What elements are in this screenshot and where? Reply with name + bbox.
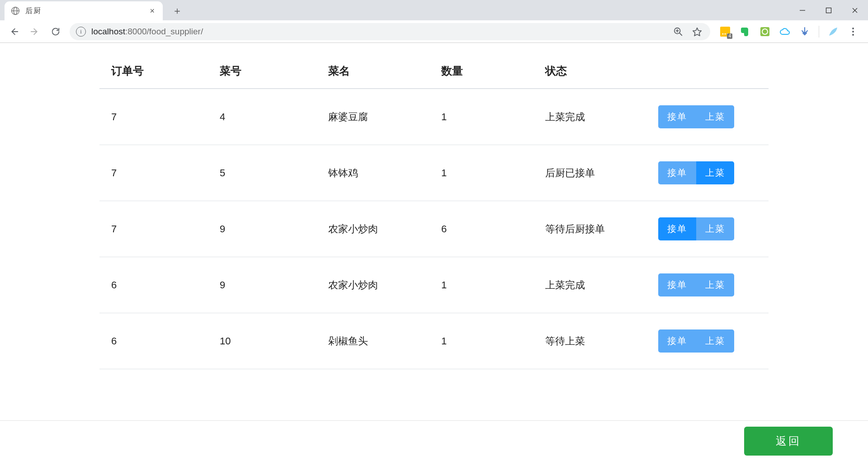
nav-back-button[interactable] (5, 22, 24, 41)
accept-order-button[interactable]: 接单 (658, 161, 696, 184)
serve-dish-button[interactable]: 上菜 (696, 329, 734, 353)
globe-icon (11, 6, 20, 15)
window-minimize-button[interactable] (789, 0, 816, 20)
cell-order_id: 6 (99, 313, 208, 369)
extension-cloud-icon[interactable] (779, 26, 791, 38)
cell-actions: 接单上菜 (646, 145, 769, 201)
url-text: localhost:8000/food_supplier/ (91, 27, 203, 37)
window-controls (789, 0, 868, 20)
site-info-icon[interactable]: i (76, 27, 86, 37)
serve-dish-button[interactable]: 上菜 (696, 105, 734, 128)
serve-dish-button[interactable]: 上菜 (696, 161, 734, 184)
accept-order-button[interactable]: 接单 (658, 217, 696, 240)
col-qty: 数量 (429, 54, 533, 89)
back-button[interactable]: 返回 (744, 427, 833, 456)
browser-titlebar: 后厨 × ＋ (0, 0, 868, 20)
table-header-row: 订单号 菜号 菜名 数量 状态 (99, 54, 769, 89)
cell-dish_id: 9 (208, 201, 316, 257)
extension-green-icon[interactable] (759, 26, 771, 38)
window-close-button[interactable] (842, 0, 868, 20)
col-dish-name: 菜名 (316, 54, 429, 89)
table-row: 79农家小炒肉6等待后厨接单接单上菜 (99, 201, 769, 257)
cell-dish_id: 4 (208, 89, 316, 145)
svg-rect-4 (826, 8, 831, 13)
action-button-group: 接单上菜 (658, 105, 757, 128)
table-row: 75钵钵鸡1后厨已接单接单上菜 (99, 145, 769, 201)
cell-dish_id: 9 (208, 257, 316, 313)
cell-actions: 接单上菜 (646, 201, 769, 257)
tab-title: 后厨 (25, 6, 148, 16)
cell-dish_name: 钵钵鸡 (316, 145, 429, 201)
browser-menu-icon[interactable] (847, 26, 859, 38)
extension-feather-icon[interactable] (827, 26, 839, 38)
cell-dish_name: 麻婆豆腐 (316, 89, 429, 145)
extension-translate-icon[interactable]: 4 (719, 26, 731, 38)
cell-status: 等待后厨接单 (533, 201, 646, 257)
nav-forward-button[interactable] (25, 22, 44, 41)
action-button-group: 接单上菜 (658, 217, 757, 240)
svg-point-16 (725, 33, 726, 34)
footer-bar: 返回 (0, 420, 868, 461)
content-container: 订单号 菜号 菜名 数量 状态 74麻婆豆腐1上菜完成接单上菜75钵钵鸡1后厨已… (99, 43, 769, 369)
cell-order_id: 7 (99, 145, 208, 201)
cell-dish_name: 农家小炒肉 (316, 201, 429, 257)
cell-dish_id: 10 (208, 313, 316, 369)
close-tab-icon[interactable]: × (148, 6, 156, 16)
col-dish-id: 菜号 (208, 54, 316, 89)
bookmark-star-icon[interactable] (690, 25, 704, 38)
action-button-group: 接单上菜 (658, 161, 757, 184)
col-status: 状态 (533, 54, 646, 89)
cell-dish_name: 剁椒鱼头 (316, 313, 429, 369)
accept-order-button[interactable]: 接单 (658, 329, 696, 353)
svg-point-23 (852, 34, 854, 36)
orders-table: 订单号 菜号 菜名 数量 状态 74麻婆豆腐1上菜完成接单上菜75钵钵鸡1后厨已… (99, 54, 769, 369)
action-button-group: 接单上菜 (658, 329, 757, 353)
cell-order_id: 7 (99, 89, 208, 145)
cell-dish_name: 农家小炒肉 (316, 257, 429, 313)
col-actions (646, 54, 769, 89)
table-row: 74麻婆豆腐1上菜完成接单上菜 (99, 89, 769, 145)
window-maximize-button[interactable] (816, 0, 842, 20)
cell-actions: 接单上菜 (646, 313, 769, 369)
svg-point-22 (852, 31, 854, 33)
cell-order_id: 7 (99, 201, 208, 257)
cell-status: 上菜完成 (533, 257, 646, 313)
page-viewport: 订单号 菜号 菜名 数量 状态 74麻婆豆腐1上菜完成接单上菜75钵钵鸡1后厨已… (0, 43, 868, 461)
svg-marker-13 (693, 28, 701, 35)
cell-qty: 1 (429, 313, 533, 369)
svg-line-10 (679, 33, 682, 35)
nav-reload-button[interactable] (46, 22, 65, 41)
action-button-group: 接单上菜 (658, 273, 757, 296)
table-row: 610剁椒鱼头1等待上菜接单上菜 (99, 313, 769, 369)
table-row: 69农家小炒肉1上菜完成接单上菜 (99, 257, 769, 313)
accept-order-button[interactable]: 接单 (658, 105, 696, 128)
extension-download-icon[interactable] (799, 26, 811, 38)
cell-status: 后厨已接单 (533, 145, 646, 201)
toolbar-divider (819, 26, 819, 38)
cell-dish_id: 5 (208, 145, 316, 201)
svg-point-21 (852, 28, 854, 29)
col-order-id: 订单号 (99, 54, 208, 89)
svg-point-15 (722, 33, 724, 34)
cell-actions: 接单上菜 (646, 257, 769, 313)
address-bar[interactable]: i localhost:8000/food_supplier/ (70, 23, 710, 40)
zoom-icon[interactable] (671, 25, 685, 38)
accept-order-button[interactable]: 接单 (658, 273, 696, 296)
cell-qty: 1 (429, 145, 533, 201)
cell-qty: 1 (429, 89, 533, 145)
new-tab-button[interactable]: ＋ (169, 3, 185, 19)
cell-qty: 1 (429, 257, 533, 313)
cell-order_id: 6 (99, 257, 208, 313)
serve-dish-button[interactable]: 上菜 (696, 273, 734, 296)
browser-tab[interactable]: 后厨 × (5, 1, 163, 20)
extension-evernote-icon[interactable] (739, 26, 751, 38)
extension-badge: 4 (727, 33, 732, 39)
cell-status: 等待上菜 (533, 313, 646, 369)
cell-status: 上菜完成 (533, 89, 646, 145)
serve-dish-button[interactable]: 上菜 (696, 217, 734, 240)
extension-icons: 4 (715, 26, 863, 38)
browser-toolbar: i localhost:8000/food_supplier/ 4 (0, 20, 868, 43)
cell-qty: 6 (429, 201, 533, 257)
cell-actions: 接单上菜 (646, 89, 769, 145)
